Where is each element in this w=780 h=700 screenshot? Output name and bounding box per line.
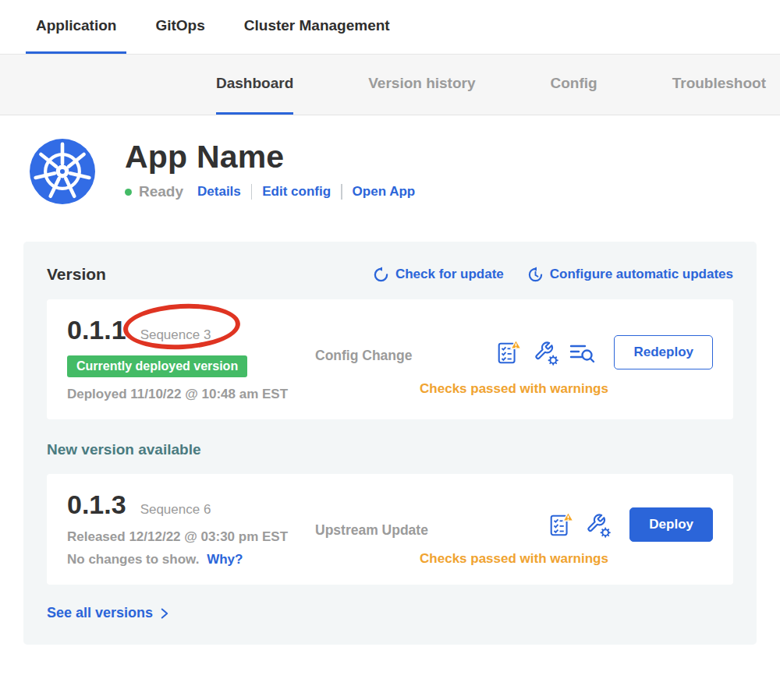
new-version-card: 0.1.3 Sequence 6 Released 12/12/22 @ 03:…	[47, 474, 733, 585]
new-version-sequence: Sequence 6	[140, 502, 211, 518]
released-timestamp: Released 12/12/22 @ 03:30 pm EST	[67, 529, 315, 545]
why-link[interactable]: Why?	[207, 552, 243, 567]
version-panel-header: Version Check for update Configure autom…	[47, 265, 733, 284]
config-wrench-gear-icon[interactable]	[584, 511, 611, 538]
new-version-available-heading: New version available	[47, 441, 733, 458]
check-for-update-button[interactable]: Check for update	[373, 267, 504, 283]
deploy-button[interactable]: Deploy	[629, 507, 713, 542]
version-panel: Version Check for update Configure autom…	[23, 242, 757, 645]
preflight-checks-warning-icon[interactable]	[495, 339, 522, 366]
tab-cluster-management[interactable]: Cluster Management	[234, 0, 400, 54]
new-version-actions: Deploy	[463, 507, 713, 542]
status-row: Ready Details Edit config Open App	[125, 183, 415, 200]
config-wrench-gear-icon[interactable]	[532, 339, 558, 366]
current-version-check-icons	[495, 339, 595, 366]
change-type-label: Config Change	[315, 348, 463, 372]
restart-icon	[373, 267, 389, 283]
tab-dashboard[interactable]: Dashboard	[216, 55, 293, 115]
see-all-versions-link[interactable]: See all versions	[47, 605, 168, 621]
new-version-info: 0.1.3 Sequence 6 Released 12/12/22 @ 03:…	[67, 490, 315, 567]
app-header: App Name Ready Details Edit config Open …	[0, 115, 780, 204]
chevron-right-icon	[160, 607, 168, 620]
deployed-timestamp: Deployed 11/10/22 @ 10:48 am EST	[67, 387, 315, 402]
link-divider	[341, 184, 342, 200]
current-version-line: 0.1.1 Sequence 3	[67, 315, 315, 345]
auto-update-clock-icon	[527, 267, 544, 283]
check-for-update-label: Check for update	[395, 267, 504, 282]
version-panel-actions: Check for update Configure automatic upd…	[373, 267, 733, 283]
view-diff-icon[interactable]	[569, 339, 595, 366]
no-changes-text: No changes to show. Why?	[67, 552, 315, 567]
current-version-actions: Redeploy	[463, 332, 713, 372]
current-version-sequence: Sequence 3	[140, 327, 211, 343]
tab-config[interactable]: Config	[551, 55, 597, 115]
tab-troubleshoot[interactable]: Troubleshoot	[672, 55, 766, 115]
checks-status-text: Checks passed with warnings	[315, 551, 713, 567]
preflight-checks-warning-icon[interactable]	[548, 511, 574, 538]
see-all-versions-label: See all versions	[47, 605, 153, 621]
red-circle-annotation	[122, 301, 242, 352]
top-nav: Application GitOps Cluster Management	[0, 0, 780, 55]
tab-application[interactable]: Application	[26, 0, 126, 54]
redeploy-button[interactable]: Redeploy	[614, 335, 713, 369]
new-version-line: 0.1.3 Sequence 6	[67, 490, 315, 520]
new-version-check-icons	[548, 511, 611, 538]
change-type-label: Upstream Update	[315, 522, 463, 542]
checks-status-text: Checks passed with warnings	[315, 381, 713, 402]
new-version-number: 0.1.3	[67, 490, 126, 520]
app-sub-nav: Dashboard Version history Config Trouble…	[0, 55, 780, 115]
edit-config-link[interactable]: Edit config	[262, 184, 331, 200]
page-title: App Name	[125, 139, 415, 175]
currently-deployed-badge: Currently deployed version	[67, 355, 247, 377]
no-changes-label: No changes to show.	[67, 552, 199, 567]
current-version-card: 0.1.1 Sequence 3 Currently deployed vers…	[47, 299, 733, 419]
link-divider	[251, 184, 253, 200]
status-dot	[125, 189, 132, 196]
app-title-block: App Name Ready Details Edit config Open …	[125, 139, 415, 200]
current-version-number: 0.1.1	[67, 315, 126, 345]
tab-gitops[interactable]: GitOps	[145, 0, 214, 54]
version-section-title: Version	[47, 265, 106, 284]
open-app-link[interactable]: Open App	[353, 184, 416, 200]
configure-automatic-updates-button[interactable]: Configure automatic updates	[527, 267, 733, 283]
status-text: Ready	[139, 183, 183, 200]
kubernetes-logo-icon	[30, 139, 95, 204]
tab-version-history[interactable]: Version history	[368, 55, 475, 115]
configure-automatic-updates-label: Configure automatic updates	[550, 267, 733, 282]
current-version-info: 0.1.1 Sequence 3 Currently deployed vers…	[67, 315, 315, 402]
details-link[interactable]: Details	[197, 184, 241, 200]
